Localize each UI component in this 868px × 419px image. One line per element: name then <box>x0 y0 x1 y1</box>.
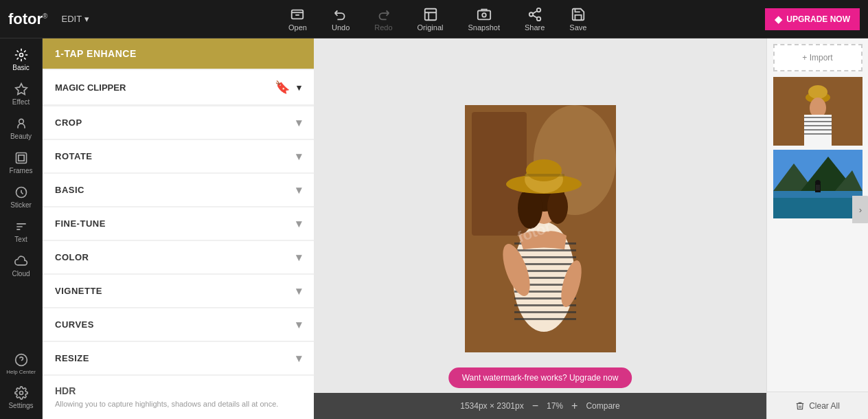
color-header[interactable]: COLOR ▾ <box>43 241 314 273</box>
edit-menu[interactable]: EDIT ▾ <box>61 14 89 24</box>
svg-point-13 <box>19 392 23 395</box>
svg-rect-60 <box>816 185 820 190</box>
resize-header[interactable]: RESIZE ▾ <box>43 342 314 374</box>
photo-container: fotor <box>465 105 616 352</box>
original-button[interactable]: Original <box>405 4 456 34</box>
redo-button[interactable]: Redo <box>362 4 404 34</box>
upgrade-button[interactable]: ◆ UPGRADE NOW <box>765 8 860 30</box>
main-area: Basic Effect Beauty Frames Sticker Text … <box>0 38 868 419</box>
hdr-title: HDR <box>55 385 301 396</box>
svg-rect-48 <box>804 121 832 122</box>
fine-tune-header[interactable]: FINE-TUNE ▾ <box>43 207 314 240</box>
app-logo: fotor® <box>8 10 47 28</box>
sidebar-item-sticker[interactable]: Sticker <box>0 181 42 213</box>
sidebar-cloud-label: Cloud <box>12 270 30 278</box>
crop-header[interactable]: CROP ▾ <box>43 106 314 139</box>
canvas-area: fotor Want watermark-free works? Upgrade… <box>314 38 766 419</box>
canvas-bottom-bar: 1534px × 2301px − 17% + Compare <box>314 393 766 419</box>
save-button[interactable]: Save <box>557 4 599 34</box>
share-button[interactable]: Share <box>512 4 557 34</box>
clear-all-label: Clear All <box>809 401 840 411</box>
photo-image: fotor <box>465 105 616 352</box>
crop-chevron: ▾ <box>296 116 302 129</box>
sidebar-item-basic[interactable]: Basic <box>0 44 42 76</box>
rotate-section: ROTATE ▾ <box>43 140 314 172</box>
svg-point-5 <box>529 12 533 16</box>
svg-rect-16 <box>472 112 527 236</box>
svg-point-3 <box>482 13 486 17</box>
zoom-level: 17% <box>547 401 563 411</box>
zoom-out-button[interactable]: − <box>532 400 538 412</box>
basic-header[interactable]: BASIC ▾ <box>43 174 314 206</box>
svg-rect-50 <box>804 129 832 131</box>
thumbnail-2[interactable] <box>773 150 863 218</box>
svg-rect-47 <box>804 117 832 118</box>
sidebar-item-frames[interactable]: Frames <box>0 147 42 179</box>
svg-rect-40 <box>525 174 564 177</box>
svg-rect-30 <box>514 318 576 320</box>
resize-section: RESIZE ▾ <box>43 342 314 374</box>
fine-tune-chevron: ▾ <box>296 217 302 230</box>
svg-point-4 <box>536 8 540 12</box>
basic-section: BASIC ▾ <box>43 174 314 206</box>
sidebar-item-beauty[interactable]: Beauty <box>0 113 42 144</box>
color-section: COLOR ▾ <box>43 241 314 273</box>
vignette-section: VIGNETTE ▾ <box>43 275 314 307</box>
basic-chevron: ▾ <box>296 183 302 196</box>
thumbnail-1[interactable] <box>773 77 863 146</box>
crop-section: CROP ▾ <box>43 106 314 139</box>
sidebar-item-effect[interactable]: Effect <box>0 78 42 110</box>
svg-point-8 <box>19 119 23 124</box>
compare-button[interactable]: Compare <box>586 401 619 411</box>
curves-section: CURVES ▾ <box>43 308 314 341</box>
magic-clipper-header[interactable]: MAGIC CLIPPER 🔖 ▾ <box>43 70 314 105</box>
svg-point-39 <box>526 159 562 181</box>
bookmark-icon: 🔖 <box>275 80 290 95</box>
sidebar-beauty-label: Beauty <box>10 133 32 140</box>
one-tap-enhance-section: 1-TAP ENHANCE <box>43 38 314 69</box>
hdr-section: HDR Allowing you to capture highlights, … <box>43 376 314 419</box>
svg-rect-10 <box>18 155 23 161</box>
trash-icon <box>795 401 805 411</box>
sidebar-item-settings[interactable]: Settings <box>0 382 42 414</box>
top-bar: fotor® EDIT ▾ Open Undo Redo Original Sn… <box>0 0 868 38</box>
resize-chevron: ▾ <box>296 352 302 365</box>
one-tap-enhance-header[interactable]: 1-TAP ENHANCE <box>43 38 314 69</box>
open-button[interactable]: Open <box>276 4 319 34</box>
sidebar-item-cloud[interactable]: Cloud <box>0 250 42 282</box>
magic-clipper-section: MAGIC CLIPPER 🔖 ▾ <box>43 70 314 105</box>
right-panel: + Import <box>766 38 868 419</box>
svg-point-59 <box>815 180 821 185</box>
rotate-chevron: ▾ <box>296 150 302 163</box>
sidebar-effect-label: Effect <box>12 98 30 106</box>
svg-point-44 <box>808 85 827 99</box>
clear-all-button[interactable]: Clear All <box>767 392 868 419</box>
svg-rect-1 <box>424 8 436 20</box>
sidebar-help-label: Help Center <box>6 369 36 375</box>
sidebar-sticker-label: Sticker <box>10 201 32 209</box>
svg-point-6 <box>536 16 540 20</box>
svg-point-36 <box>547 190 568 224</box>
sidebar-item-text[interactable]: Text <box>0 216 42 247</box>
sidebar-basic-label: Basic <box>12 64 29 71</box>
sidebar-item-help[interactable]: Help Center <box>0 349 42 379</box>
vignette-header[interactable]: VIGNETTE ▾ <box>43 275 314 307</box>
svg-rect-21 <box>514 256 576 258</box>
sidebar-text-label: Text <box>14 236 27 243</box>
rotate-header[interactable]: ROTATE ▾ <box>43 140 314 172</box>
hdr-desc: Allowing you to capture highlights, shad… <box>55 399 301 409</box>
panel-toggle-button[interactable]: › <box>852 196 868 223</box>
left-sidebar: Basic Effect Beauty Frames Sticker Text … <box>0 38 43 419</box>
curves-chevron: ▾ <box>296 318 302 331</box>
import-button[interactable]: + Import <box>773 44 863 71</box>
snapshot-button[interactable]: Snapshot <box>455 4 512 34</box>
svg-rect-51 <box>804 133 832 135</box>
svg-rect-9 <box>16 153 26 163</box>
sidebar-frames-label: Frames <box>10 167 33 174</box>
upgrade-banner[interactable]: Want watermark-free works? Upgrade now <box>448 367 632 388</box>
svg-point-7 <box>19 54 23 57</box>
undo-button[interactable]: Undo <box>319 4 362 34</box>
curves-header[interactable]: CURVES ▾ <box>43 308 314 341</box>
main-toolbar: Open Undo Redo Original Snapshot Share S… <box>110 4 765 34</box>
zoom-in-button[interactable]: + <box>571 400 578 412</box>
